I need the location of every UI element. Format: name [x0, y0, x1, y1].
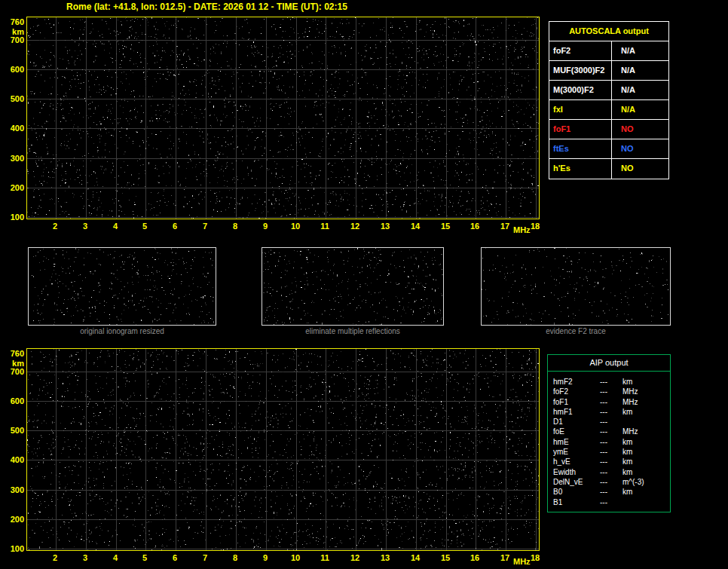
- x-axis-unit-label: MHz: [513, 226, 531, 234]
- y-axis-tick-label: 100: [4, 213, 24, 222]
- y-axis-tick-label: 760: [4, 350, 24, 358]
- ionogram-secondary: 760700600500400300200100km23456789101112…: [4, 348, 543, 569]
- aip-row: foF2---MHz: [548, 387, 670, 396]
- y-axis-tick-label: 760: [4, 18, 24, 26]
- autoscala-row: fxIN/A: [549, 100, 668, 120]
- x-axis-tick-label: 7: [194, 222, 216, 231]
- panel-caption-reflections: eliminate multiple reflections: [262, 327, 444, 335]
- panel-reflections-canvas: [262, 248, 443, 325]
- autoscala-header: AUTOSCALA output: [549, 22, 668, 41]
- x-axis-tick-label: 2: [44, 554, 66, 562]
- aip-param-value: ---: [600, 477, 622, 487]
- x-axis-tick-label: 8: [224, 554, 246, 562]
- aip-rows: hmF2---kmfoF2---MHzfoF1---MHzhmF1---kmD1…: [548, 372, 670, 507]
- aip-param-value: ---: [600, 447, 622, 457]
- autoscala-rows: foF2N/AMUF(3000)F2N/AM(3000)F2N/AfxIN/Af…: [549, 41, 668, 179]
- aip-param-unit: km: [622, 377, 670, 387]
- aip-param-unit: m^(-3): [622, 477, 670, 487]
- x-axis-tick-label: 2: [44, 222, 66, 231]
- aip-param-unit: km: [622, 437, 670, 447]
- autoscala-row: MUF(3000)F2N/A: [549, 61, 668, 81]
- aip-param-unit: MHz: [622, 397, 670, 407]
- aip-param-label: foF1: [548, 397, 600, 407]
- ionogram-plot: [26, 348, 540, 551]
- aip-param-value: ---: [600, 377, 622, 387]
- y-axis-tick-label: 400: [4, 124, 24, 133]
- aip-param-unit: [622, 497, 670, 507]
- x-axis-unit-label: MHz: [513, 558, 531, 566]
- aip-param-label: D1: [548, 417, 600, 427]
- aip-param-label: foF2: [548, 387, 600, 396]
- aip-header: AIP output: [548, 355, 670, 372]
- y-axis-unit-label: km: [4, 359, 24, 368]
- aip-param-value: ---: [600, 427, 622, 436]
- aip-row: foF1---MHz: [548, 397, 670, 407]
- y-axis-tick-label: 500: [4, 95, 24, 103]
- panel-original-ionogram: [28, 247, 216, 326]
- panel-multiple-reflections: [262, 247, 444, 326]
- autoscala-param-label: fxI: [549, 100, 612, 119]
- aip-param-label: Ewidth: [548, 467, 600, 477]
- autoscala-row: h'EsNO: [549, 159, 668, 179]
- autoscala-param-label: foF2: [549, 41, 612, 60]
- y-axis-tick-label: 300: [4, 154, 24, 163]
- x-axis-tick-label: 3: [74, 222, 96, 231]
- y-axis-tick-label: 500: [4, 427, 24, 435]
- aip-param-label: hmE: [548, 437, 600, 447]
- autoscala-row: foF1NO: [549, 120, 668, 139]
- autoscala-row: M(3000)F2N/A: [549, 81, 668, 100]
- autoscala-param-value: N/A: [612, 100, 668, 119]
- y-axis-unit-label: km: [4, 28, 24, 36]
- autoscala-param-value: NO: [612, 120, 668, 139]
- autoscala-param-value: NO: [612, 139, 668, 158]
- autoscala-param-value: NO: [612, 159, 668, 179]
- panel-caption-original: original ionogram resized: [28, 327, 216, 335]
- autoscala-param-label: M(3000)F2: [549, 81, 612, 99]
- aip-param-value: ---: [600, 457, 622, 467]
- aip-param-unit: km: [622, 407, 670, 417]
- x-axis-tick-label: 9: [254, 554, 277, 562]
- x-axis-tick-label: 9: [254, 222, 277, 231]
- aip-row: h_vE---km: [548, 457, 670, 467]
- x-axis-tick-label: 16: [463, 554, 486, 562]
- aip-row: B1---: [548, 497, 670, 507]
- ionogram-canvas: [27, 17, 539, 219]
- x-axis-tick-label: 12: [344, 554, 366, 562]
- aip-row: Ewidth---km: [548, 467, 670, 477]
- aip-row: ymE---km: [548, 447, 670, 457]
- x-axis-tick-label: 3: [74, 554, 96, 562]
- aip-param-value: ---: [600, 467, 622, 477]
- aip-param-unit: km: [622, 467, 670, 477]
- x-axis-tick-label: 14: [404, 554, 427, 562]
- x-axis-tick-label: 15: [434, 554, 457, 562]
- x-axis-tick-label: 6: [164, 222, 186, 231]
- x-axis-tick-label: 8: [224, 222, 246, 231]
- autoscala-param-value: N/A: [612, 41, 668, 60]
- autoscala-param-value: N/A: [612, 61, 668, 80]
- aip-param-value: ---: [600, 407, 622, 417]
- autoscala-param-value: N/A: [612, 81, 668, 99]
- aip-param-label: foE: [548, 427, 600, 436]
- autoscala-row: foF2N/A: [549, 41, 668, 61]
- aip-param-label: DelN_vE: [548, 477, 600, 487]
- x-axis-tick-label: 10: [284, 222, 307, 231]
- x-axis-tick-label: 15: [434, 222, 457, 231]
- autoscala-param-label: ftEs: [549, 139, 612, 158]
- autoscala-param-label: h'Es: [549, 159, 612, 179]
- y-axis-tick-label: 600: [4, 66, 24, 74]
- x-axis-tick-label: 5: [133, 554, 156, 562]
- aip-param-unit: MHz: [622, 387, 670, 396]
- autoscala-param-label: foF1: [549, 120, 612, 139]
- aip-param-value: ---: [600, 437, 622, 447]
- x-axis-tick-label: 4: [104, 222, 127, 231]
- autoscala-param-label: MUF(3000)F2: [549, 61, 612, 80]
- y-axis-tick-label: 200: [4, 515, 24, 524]
- y-axis-tick-label: 400: [4, 456, 24, 464]
- autoscala-table: AUTOSCALA output foF2N/AMUF(3000)F2N/AM(…: [549, 21, 669, 179]
- aip-param-value: ---: [600, 397, 622, 407]
- y-axis-tick-label: 200: [4, 184, 24, 192]
- aip-row: hmE---km: [548, 437, 670, 447]
- x-axis-tick-label: 5: [133, 222, 156, 231]
- aip-param-label: h_vE: [548, 457, 600, 467]
- ionogram-main: 760700600500400300200100km23456789101112…: [4, 17, 543, 240]
